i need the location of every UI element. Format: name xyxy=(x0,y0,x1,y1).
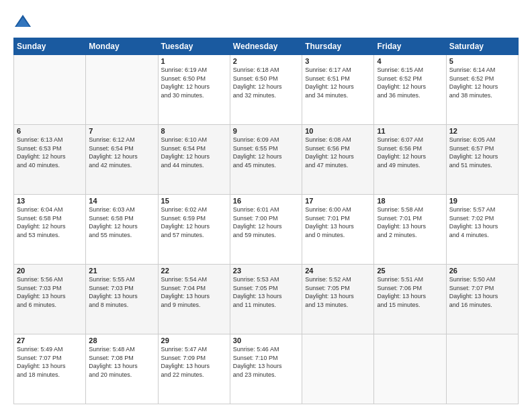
calendar-cell xyxy=(14,55,86,125)
day-info: Sunrise: 5:57 AM Sunset: 7:02 PM Dayligh… xyxy=(449,205,515,239)
calendar-cell: 26Sunrise: 5:50 AM Sunset: 7:07 PM Dayli… xyxy=(446,265,518,334)
day-number: 1 xyxy=(161,57,227,65)
day-number: 26 xyxy=(449,267,515,275)
day-number: 6 xyxy=(17,127,83,135)
calendar-cell: 30Sunrise: 5:46 AM Sunset: 7:10 PM Dayli… xyxy=(230,334,302,404)
day-info: Sunrise: 6:10 AM Sunset: 6:54 PM Dayligh… xyxy=(161,136,227,169)
day-number: 25 xyxy=(377,267,443,275)
calendar-week-row: 6Sunrise: 6:13 AM Sunset: 6:53 PM Daylig… xyxy=(14,125,519,195)
calendar-cell: 3Sunrise: 6:17 AM Sunset: 6:51 PM Daylig… xyxy=(302,55,374,125)
day-number: 24 xyxy=(305,267,371,275)
day-info: Sunrise: 5:47 AM Sunset: 7:09 PM Dayligh… xyxy=(161,345,227,379)
logo-icon xyxy=(13,12,32,31)
calendar-cell: 25Sunrise: 5:51 AM Sunset: 7:06 PM Dayli… xyxy=(374,265,446,334)
day-number: 10 xyxy=(305,127,371,135)
day-number: 20 xyxy=(17,267,83,275)
day-info: Sunrise: 6:07 AM Sunset: 6:56 PM Dayligh… xyxy=(377,136,443,169)
day-number: 17 xyxy=(305,197,371,205)
calendar-cell: 9Sunrise: 6:09 AM Sunset: 6:55 PM Daylig… xyxy=(230,125,302,195)
day-number: 19 xyxy=(449,197,515,205)
day-number: 7 xyxy=(89,127,154,135)
calendar-cell: 6Sunrise: 6:13 AM Sunset: 6:53 PM Daylig… xyxy=(14,125,86,195)
day-number: 29 xyxy=(161,336,227,345)
day-info: Sunrise: 5:51 AM Sunset: 7:06 PM Dayligh… xyxy=(377,275,443,309)
calendar-cell: 24Sunrise: 5:52 AM Sunset: 7:05 PM Dayli… xyxy=(302,265,374,334)
day-info: Sunrise: 6:03 AM Sunset: 6:58 PM Dayligh… xyxy=(89,205,154,239)
day-info: Sunrise: 5:49 AM Sunset: 7:07 PM Dayligh… xyxy=(17,345,83,379)
calendar-week-row: 20Sunrise: 5:56 AM Sunset: 7:03 PM Dayli… xyxy=(14,265,519,334)
calendar-cell: 1Sunrise: 6:19 AM Sunset: 6:50 PM Daylig… xyxy=(158,55,230,125)
day-number: 5 xyxy=(449,57,515,65)
weekday-header: Sunday xyxy=(14,38,86,55)
calendar-cell: 16Sunrise: 6:01 AM Sunset: 7:00 PM Dayli… xyxy=(230,195,302,265)
day-info: Sunrise: 6:19 AM Sunset: 6:50 PM Dayligh… xyxy=(161,66,227,99)
day-number: 14 xyxy=(89,197,154,205)
calendar-cell: 2Sunrise: 6:18 AM Sunset: 6:50 PM Daylig… xyxy=(230,55,302,125)
calendar-cell xyxy=(86,55,158,125)
day-number: 8 xyxy=(161,127,227,135)
calendar-cell: 21Sunrise: 5:55 AM Sunset: 7:03 PM Dayli… xyxy=(86,265,158,334)
day-number: 15 xyxy=(161,197,227,205)
day-number: 18 xyxy=(377,197,443,205)
weekday-header: Thursday xyxy=(302,38,374,55)
calendar-cell: 12Sunrise: 6:05 AM Sunset: 6:57 PM Dayli… xyxy=(446,125,518,195)
day-info: Sunrise: 6:14 AM Sunset: 6:52 PM Dayligh… xyxy=(449,66,515,99)
day-info: Sunrise: 5:48 AM Sunset: 7:08 PM Dayligh… xyxy=(89,345,154,379)
day-number: 9 xyxy=(233,127,299,135)
calendar-cell: 17Sunrise: 6:00 AM Sunset: 7:01 PM Dayli… xyxy=(302,195,374,265)
logo xyxy=(13,12,35,31)
day-info: Sunrise: 5:56 AM Sunset: 7:03 PM Dayligh… xyxy=(17,275,83,309)
weekday-header: Monday xyxy=(86,38,158,55)
weekday-header: Wednesday xyxy=(230,38,302,55)
day-info: Sunrise: 6:17 AM Sunset: 6:51 PM Dayligh… xyxy=(305,66,371,99)
calendar-cell: 18Sunrise: 5:58 AM Sunset: 7:01 PM Dayli… xyxy=(374,195,446,265)
day-info: Sunrise: 6:09 AM Sunset: 6:55 PM Dayligh… xyxy=(233,136,299,169)
day-info: Sunrise: 6:18 AM Sunset: 6:50 PM Dayligh… xyxy=(233,66,299,99)
day-info: Sunrise: 6:08 AM Sunset: 6:56 PM Dayligh… xyxy=(305,136,371,169)
calendar-cell: 23Sunrise: 5:53 AM Sunset: 7:05 PM Dayli… xyxy=(230,265,302,334)
day-number: 23 xyxy=(233,267,299,275)
calendar-cell: 14Sunrise: 6:03 AM Sunset: 6:58 PM Dayli… xyxy=(86,195,158,265)
day-number: 30 xyxy=(233,336,299,345)
day-number: 21 xyxy=(89,267,154,275)
day-info: Sunrise: 5:55 AM Sunset: 7:03 PM Dayligh… xyxy=(89,275,154,309)
day-number: 12 xyxy=(449,127,515,135)
day-info: Sunrise: 6:05 AM Sunset: 6:57 PM Dayligh… xyxy=(449,136,515,169)
calendar-cell: 19Sunrise: 5:57 AM Sunset: 7:02 PM Dayli… xyxy=(446,195,518,265)
day-info: Sunrise: 6:13 AM Sunset: 6:53 PM Dayligh… xyxy=(17,136,83,169)
weekday-header: Tuesday xyxy=(158,38,230,55)
day-info: Sunrise: 6:04 AM Sunset: 6:58 PM Dayligh… xyxy=(17,205,83,239)
day-number: 2 xyxy=(233,57,299,65)
day-number: 28 xyxy=(89,336,154,345)
calendar-cell xyxy=(446,334,518,404)
calendar-week-row: 1Sunrise: 6:19 AM Sunset: 6:50 PM Daylig… xyxy=(14,55,519,125)
header xyxy=(13,12,519,31)
weekday-header: Saturday xyxy=(446,38,518,55)
calendar-cell: 10Sunrise: 6:08 AM Sunset: 6:56 PM Dayli… xyxy=(302,125,374,195)
calendar-cell: 28Sunrise: 5:48 AM Sunset: 7:08 PM Dayli… xyxy=(86,334,158,404)
weekday-header: Friday xyxy=(374,38,446,55)
day-info: Sunrise: 5:50 AM Sunset: 7:07 PM Dayligh… xyxy=(449,275,515,309)
day-number: 16 xyxy=(233,197,299,205)
day-info: Sunrise: 6:12 AM Sunset: 6:54 PM Dayligh… xyxy=(89,136,154,169)
calendar-cell: 4Sunrise: 6:15 AM Sunset: 6:52 PM Daylig… xyxy=(374,55,446,125)
calendar-week-row: 27Sunrise: 5:49 AM Sunset: 7:07 PM Dayli… xyxy=(14,334,519,404)
calendar-cell: 5Sunrise: 6:14 AM Sunset: 6:52 PM Daylig… xyxy=(446,55,518,125)
day-info: Sunrise: 5:52 AM Sunset: 7:05 PM Dayligh… xyxy=(305,275,371,309)
day-number: 3 xyxy=(305,57,371,65)
calendar-table: SundayMondayTuesdayWednesdayThursdayFrid… xyxy=(13,38,519,404)
calendar-page: SundayMondayTuesdayWednesdayThursdayFrid… xyxy=(0,0,532,411)
day-info: Sunrise: 5:46 AM Sunset: 7:10 PM Dayligh… xyxy=(233,345,299,379)
calendar-cell: 15Sunrise: 6:02 AM Sunset: 6:59 PM Dayli… xyxy=(158,195,230,265)
calendar-cell xyxy=(302,334,374,404)
calendar-cell xyxy=(374,334,446,404)
calendar-cell: 22Sunrise: 5:54 AM Sunset: 7:04 PM Dayli… xyxy=(158,265,230,334)
calendar-cell: 13Sunrise: 6:04 AM Sunset: 6:58 PM Dayli… xyxy=(14,195,86,265)
calendar-cell: 20Sunrise: 5:56 AM Sunset: 7:03 PM Dayli… xyxy=(14,265,86,334)
day-number: 11 xyxy=(377,127,443,135)
day-info: Sunrise: 6:15 AM Sunset: 6:52 PM Dayligh… xyxy=(377,66,443,99)
calendar-cell: 29Sunrise: 5:47 AM Sunset: 7:09 PM Dayli… xyxy=(158,334,230,404)
calendar-cell: 7Sunrise: 6:12 AM Sunset: 6:54 PM Daylig… xyxy=(86,125,158,195)
calendar-cell: 27Sunrise: 5:49 AM Sunset: 7:07 PM Dayli… xyxy=(14,334,86,404)
day-info: Sunrise: 6:00 AM Sunset: 7:01 PM Dayligh… xyxy=(305,205,371,239)
